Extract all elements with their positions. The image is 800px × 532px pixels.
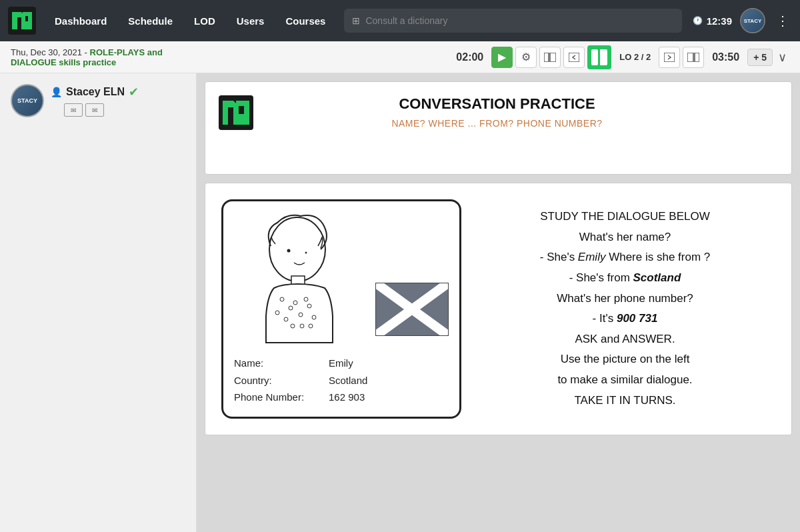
- scotland-flag: [375, 283, 449, 336]
- student-name: Stacey ELN: [66, 86, 125, 98]
- book-icon[interactable]: [587, 45, 611, 69]
- separator: -: [85, 47, 90, 57]
- student-role-icon: 👤: [51, 87, 62, 97]
- timer-right: 03:50: [707, 51, 745, 63]
- breadcrumb: Thu, Dec 30, 2021 - ROLE-PLAYS and DIALO…: [11, 47, 211, 67]
- svg-rect-17: [236, 114, 249, 125]
- phone-label: Phone Number:: [234, 389, 321, 406]
- lesson-area: CONVERSATION PRACTICE NAME? WHERE ... FR…: [197, 73, 800, 532]
- nav-prev-button[interactable]: [563, 47, 585, 68]
- message-button-2[interactable]: ✉: [85, 103, 104, 117]
- app-logo[interactable]: [8, 7, 36, 35]
- card-logo: [219, 95, 251, 127]
- name-label: Name:: [234, 355, 321, 372]
- card-subtitle: NAME? WHERE ... FROM? PHONE NUMBER?: [261, 118, 733, 129]
- dialogue-line-4: - She's from Scotland: [569, 268, 681, 289]
- clock-icon: 🕐: [693, 16, 703, 25]
- student-info: 👤 Stacey ELN ✔ ✉ ✉: [51, 85, 185, 117]
- person-illustration: [234, 209, 367, 349]
- name-row: Name: Emily: [234, 355, 449, 372]
- dialogue-line-10: TAKE IT IN TURNS.: [574, 391, 675, 411]
- nav-lod[interactable]: LOD: [186, 11, 223, 31]
- search-bar[interactable]: ⊞: [344, 9, 681, 33]
- time-display: 🕐 12:39: [693, 15, 732, 27]
- search-icon: ⊞: [352, 15, 360, 26]
- dialogue-line-3: - She's Emily Where is she from ?: [540, 247, 711, 268]
- top-navigation: Dashboard Schedule LOD Users Courses ⊞ 🕐…: [0, 0, 800, 41]
- nav-users[interactable]: Users: [229, 11, 273, 31]
- dialogue-line-2: What's her name?: [579, 227, 671, 248]
- nav-dashboard[interactable]: Dashboard: [47, 11, 115, 31]
- main-content: STACY 👤 Stacey ELN ✔ ✉ ✉: [0, 73, 800, 532]
- search-input[interactable]: [365, 15, 673, 26]
- svg-point-18: [269, 217, 325, 281]
- name-value: Emily: [329, 355, 353, 372]
- current-time: 12:39: [707, 15, 732, 27]
- view-toggle-right[interactable]: [683, 47, 704, 68]
- play-button[interactable]: ▶: [491, 47, 513, 68]
- playback-controls: 02:00 ▶ ⚙ LO 2 / 2: [451, 45, 789, 69]
- more-options-button[interactable]: ⋮: [773, 10, 792, 31]
- view-toggle-left[interactable]: [539, 47, 561, 68]
- dialogue-line-6: - It's 900 731: [593, 309, 658, 329]
- dialogue-image-box: Name: Emily Country: Scotland Phone Numb…: [221, 199, 461, 419]
- dialogue-card: Name: Emily Country: Scotland Phone Numb…: [205, 183, 792, 435]
- conversation-header-card: CONVERSATION PRACTICE NAME? WHERE ... FR…: [205, 81, 792, 175]
- nav-right: 🕐 12:39 STACY ⋮: [693, 8, 792, 33]
- dialogue-line-1: STUDY THE DIALOGUE BELOW: [540, 207, 709, 227]
- svg-point-20: [305, 252, 307, 254]
- dialogue-line-8: Use the picture on the left: [561, 349, 690, 370]
- svg-rect-10: [599, 49, 600, 65]
- svg-rect-8: [591, 49, 598, 65]
- country-label: Country:: [234, 372, 321, 389]
- sub-header: Thu, Dec 30, 2021 - ROLE-PLAYS and DIALO…: [0, 41, 800, 73]
- svg-rect-3: [23, 21, 32, 29]
- phone-row: Phone Number: 162 903: [234, 389, 449, 406]
- svg-rect-6: [569, 53, 579, 62]
- info-table: Name: Emily Country: Scotland Phone Numb…: [234, 355, 449, 406]
- nav-schedule[interactable]: Schedule: [120, 11, 181, 31]
- dialogue-line-7: ASK and ANSWER.: [575, 329, 675, 350]
- message-button-1[interactable]: ✉: [64, 103, 83, 117]
- student-avatar: STACY: [11, 84, 44, 117]
- svg-rect-11: [664, 53, 675, 62]
- settings-button[interactable]: ⚙: [515, 47, 537, 68]
- student-card: STACY 👤 Stacey ELN ✔ ✉ ✉: [11, 84, 185, 117]
- sidebar: STACY 👤 Stacey ELN ✔ ✉ ✉: [0, 73, 197, 532]
- expand-button[interactable]: ∨: [775, 50, 789, 65]
- dialogue-line-5: What's her phone number?: [557, 289, 693, 309]
- svg-rect-9: [599, 49, 607, 65]
- svg-rect-5: [550, 53, 556, 62]
- timer-left: 02:00: [451, 51, 489, 63]
- card-header-row: CONVERSATION PRACTICE NAME? WHERE ... FR…: [219, 95, 778, 129]
- plus-badge[interactable]: + 5: [747, 49, 773, 66]
- svg-rect-13: [695, 53, 699, 62]
- country-row: Country: Scotland: [234, 372, 449, 389]
- online-indicator: ✔: [129, 85, 139, 99]
- svg-rect-12: [687, 53, 693, 62]
- dialogue-line-9: to make a similar dialogue.: [557, 370, 692, 391]
- nav-courses[interactable]: Courses: [277, 11, 333, 31]
- avatar-placeholder: STACY: [741, 9, 764, 32]
- session-date: Thu, Dec 30, 2021: [11, 47, 82, 57]
- svg-point-19: [287, 249, 291, 253]
- phone-value: 162 903: [329, 389, 365, 406]
- dialogue-text: STUDY THE DIALOGUE BELOW What's her name…: [475, 199, 775, 419]
- student-name-row: 👤 Stacey ELN ✔: [51, 85, 185, 99]
- user-avatar[interactable]: STACY: [740, 8, 765, 33]
- card-title-area: CONVERSATION PRACTICE NAME? WHERE ... FR…: [261, 95, 733, 129]
- svg-rect-4: [544, 53, 549, 62]
- card-main-title: CONVERSATION PRACTICE: [261, 95, 733, 113]
- nav-links: Dashboard Schedule LOD Users Courses: [47, 11, 333, 31]
- person-drawing: [234, 209, 449, 349]
- lo-label: LO 2 / 2: [614, 52, 656, 62]
- message-icons: ✉ ✉: [64, 103, 185, 117]
- nav-next-button[interactable]: [659, 47, 680, 68]
- country-value: Scotland: [329, 372, 367, 389]
